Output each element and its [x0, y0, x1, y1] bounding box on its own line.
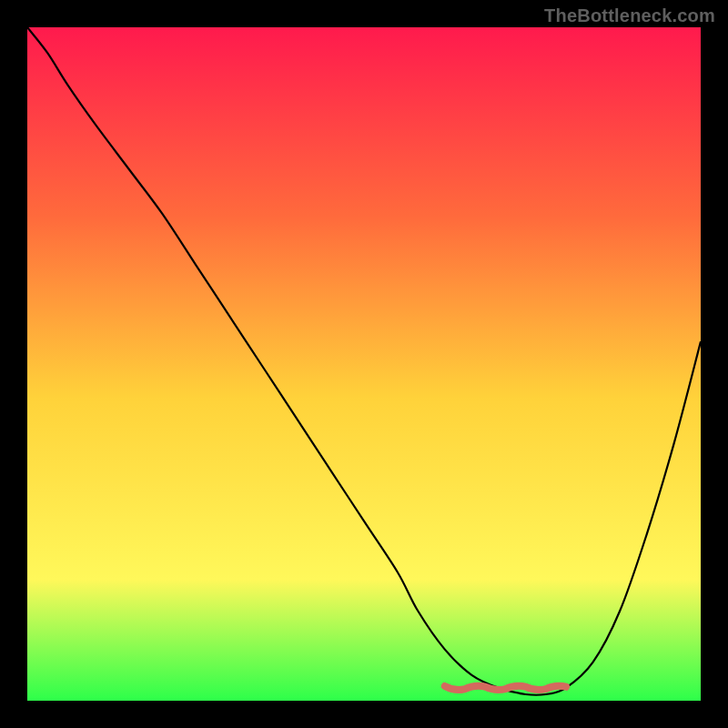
chart-frame: TheBottleneck.com [0, 0, 728, 728]
watermark-text: TheBottleneck.com [544, 5, 715, 26]
plot-area [27, 27, 701, 701]
flat-region-marker [445, 686, 566, 690]
chart-svg [27, 27, 701, 701]
gradient-background [27, 27, 701, 701]
